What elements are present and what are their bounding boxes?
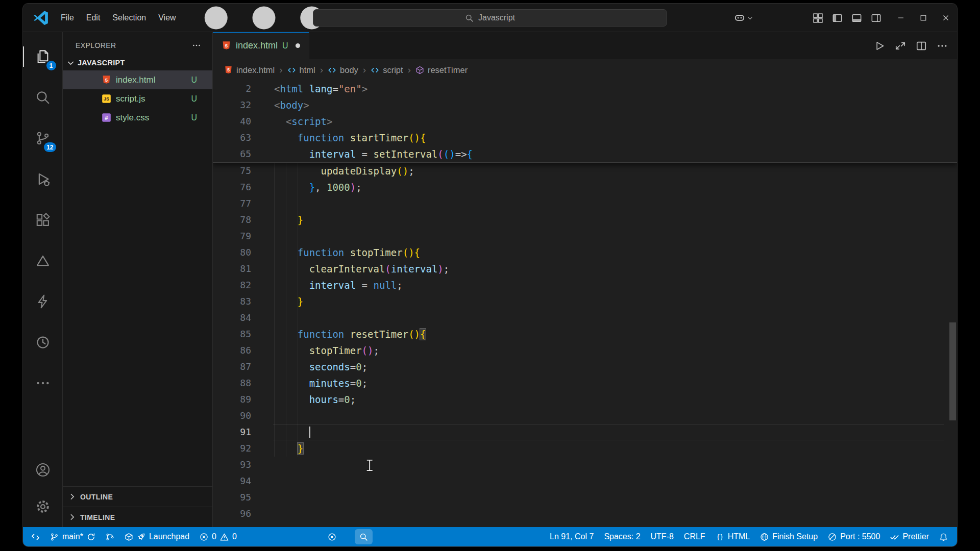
status-git-branch[interactable]: main* bbox=[45, 527, 101, 546]
breadcrumb-resetTimer[interactable]: resetTimer bbox=[415, 65, 468, 75]
line-number[interactable]: 83 bbox=[213, 293, 251, 310]
code-line-32[interactable]: 32<body> bbox=[213, 97, 957, 113]
code-line-79[interactable]: 79 bbox=[213, 228, 957, 244]
customize-layout-icon[interactable] bbox=[813, 13, 823, 23]
code-line-94[interactable]: 94 bbox=[213, 473, 957, 489]
activity-settings[interactable] bbox=[23, 488, 63, 525]
line-number[interactable]: 91 bbox=[213, 424, 251, 440]
activity-run-debug[interactable] bbox=[23, 159, 63, 199]
activity-thunder-client[interactable] bbox=[23, 281, 63, 322]
code-line-65[interactable]: 65 interval = setInterval(()=>{ bbox=[213, 146, 957, 162]
status-problems[interactable]: 00 bbox=[194, 527, 242, 546]
status-indentation[interactable]: Spaces: 2 bbox=[599, 527, 645, 546]
line-number[interactable]: 82 bbox=[213, 277, 251, 293]
line-number[interactable]: 78 bbox=[213, 212, 251, 228]
line-number[interactable]: 85 bbox=[213, 326, 251, 342]
status-commit-graph[interactable] bbox=[101, 527, 119, 546]
line-number[interactable]: 76 bbox=[213, 179, 251, 195]
editor-scrollbar[interactable] bbox=[949, 322, 956, 420]
status-encoding[interactable]: UTF-8 bbox=[646, 527, 679, 546]
code-line-86[interactable]: 86 stopTimer(); bbox=[213, 342, 957, 359]
split-editor-icon[interactable] bbox=[916, 40, 927, 52]
panel-outline[interactable]: OUTLINE bbox=[63, 486, 212, 507]
code-line-85[interactable]: 85 function resetTimer(){ bbox=[213, 326, 957, 342]
code-line-81[interactable]: 81 clearInterval(interval); bbox=[213, 261, 957, 277]
code-line-95[interactable]: 95 bbox=[213, 489, 957, 506]
code-line-93[interactable]: 93 bbox=[213, 457, 957, 473]
status-prettier[interactable]: Prettier bbox=[885, 527, 934, 546]
panel-timeline[interactable]: TIMELINE bbox=[63, 507, 212, 527]
tab-dirty-indicator[interactable] bbox=[296, 43, 300, 48]
line-number[interactable]: 81 bbox=[213, 261, 251, 277]
activity-extensions[interactable] bbox=[23, 199, 63, 240]
activity-search[interactable] bbox=[23, 77, 63, 118]
code-editor[interactable]: 75 updateDisplay();76 }, 1000);7778 }798… bbox=[213, 81, 957, 527]
tab-index-html[interactable]: 5 index.html U bbox=[213, 32, 309, 59]
menu-view[interactable]: View bbox=[152, 10, 182, 26]
line-number[interactable]: 90 bbox=[213, 408, 251, 424]
menu-file[interactable]: File bbox=[55, 10, 80, 26]
status-notifications[interactable] bbox=[934, 527, 953, 546]
status-cursor-position[interactable]: Ln 91, Col 7 bbox=[545, 527, 599, 546]
line-number[interactable]: 79 bbox=[213, 228, 251, 244]
activity-explorer[interactable]: 1 bbox=[23, 36, 63, 77]
line-number[interactable]: 84 bbox=[213, 310, 251, 326]
code-line-80[interactable]: 80 function stopTimer(){ bbox=[213, 244, 957, 261]
line-number[interactable]: 86 bbox=[213, 342, 251, 359]
status-target[interactable] bbox=[323, 527, 341, 546]
status-remote-indicator[interactable] bbox=[26, 527, 45, 546]
line-number[interactable]: 65 bbox=[213, 146, 251, 162]
maximize-button[interactable] bbox=[912, 4, 935, 32]
status-eol[interactable]: CRLF bbox=[679, 527, 710, 546]
code-line-78[interactable]: 78 } bbox=[213, 212, 957, 228]
status-finish-setup[interactable]: Finish Setup bbox=[755, 527, 823, 546]
code-line-83[interactable]: 83 } bbox=[213, 293, 957, 310]
line-number[interactable]: 87 bbox=[213, 359, 251, 375]
status-live-server-port[interactable]: Port : 5500 bbox=[823, 527, 885, 546]
line-number[interactable]: 40 bbox=[213, 113, 251, 130]
code-line-75[interactable]: 75 updateDisplay(); bbox=[213, 163, 957, 179]
command-center-search[interactable]: Javascript bbox=[313, 9, 667, 27]
line-number[interactable]: 95 bbox=[213, 489, 251, 506]
activity-source-control[interactable]: 12 bbox=[23, 118, 63, 159]
toggle-primary-sidebar-icon[interactable] bbox=[832, 13, 843, 23]
close-button[interactable] bbox=[935, 4, 957, 32]
code-line-63[interactable]: 63 function startTimer(){ bbox=[213, 130, 957, 146]
code-line-90[interactable]: 90 bbox=[213, 408, 957, 424]
toggle-secondary-sidebar-icon[interactable] bbox=[871, 13, 881, 23]
status-zoom[interactable] bbox=[355, 529, 373, 544]
open-changes-icon[interactable] bbox=[895, 40, 906, 52]
code-line-76[interactable]: 76 }, 1000); bbox=[213, 179, 957, 195]
code-line-82[interactable]: 82 interval = null; bbox=[213, 277, 957, 293]
status-launchpad[interactable]: Launchpad bbox=[119, 527, 194, 546]
line-number[interactable]: 75 bbox=[213, 163, 251, 179]
code-line-91[interactable]: 91 bbox=[213, 424, 957, 440]
activity-account[interactable] bbox=[23, 452, 63, 488]
code-line-2[interactable]: 2<html lang="en"> bbox=[213, 81, 957, 97]
code-line-89[interactable]: 89 hours=0; bbox=[213, 391, 957, 408]
copilot-menu[interactable] bbox=[734, 12, 753, 23]
line-number[interactable]: 2 bbox=[213, 81, 251, 97]
code-line-92[interactable]: 92 } bbox=[213, 440, 957, 457]
line-number[interactable]: 77 bbox=[213, 195, 251, 212]
breadcrumb-script[interactable]: script bbox=[371, 65, 403, 75]
more-actions-icon[interactable] bbox=[937, 40, 948, 52]
activity-triangle-extension[interactable] bbox=[23, 240, 63, 281]
run-button-icon[interactable] bbox=[874, 40, 885, 52]
line-number[interactable]: 32 bbox=[213, 97, 251, 113]
code-line-40[interactable]: 40 <script> bbox=[213, 113, 957, 130]
file-style.css[interactable]: #style.cssU bbox=[63, 108, 212, 127]
menu-edit[interactable]: Edit bbox=[80, 10, 107, 26]
code-line-77[interactable]: 77 bbox=[213, 195, 957, 212]
menu-selection[interactable]: Selection bbox=[106, 10, 152, 26]
activity-more[interactable] bbox=[23, 363, 63, 404]
minimize-button[interactable] bbox=[890, 4, 912, 32]
code-line-96[interactable]: 96 bbox=[213, 506, 957, 522]
line-number[interactable]: 93 bbox=[213, 457, 251, 473]
line-number[interactable]: 88 bbox=[213, 375, 251, 391]
toggle-panel-icon[interactable] bbox=[851, 13, 862, 23]
line-number[interactable]: 80 bbox=[213, 244, 251, 261]
line-number[interactable]: 92 bbox=[213, 440, 251, 457]
line-number[interactable]: 63 bbox=[213, 130, 251, 146]
line-number[interactable]: 94 bbox=[213, 473, 251, 489]
